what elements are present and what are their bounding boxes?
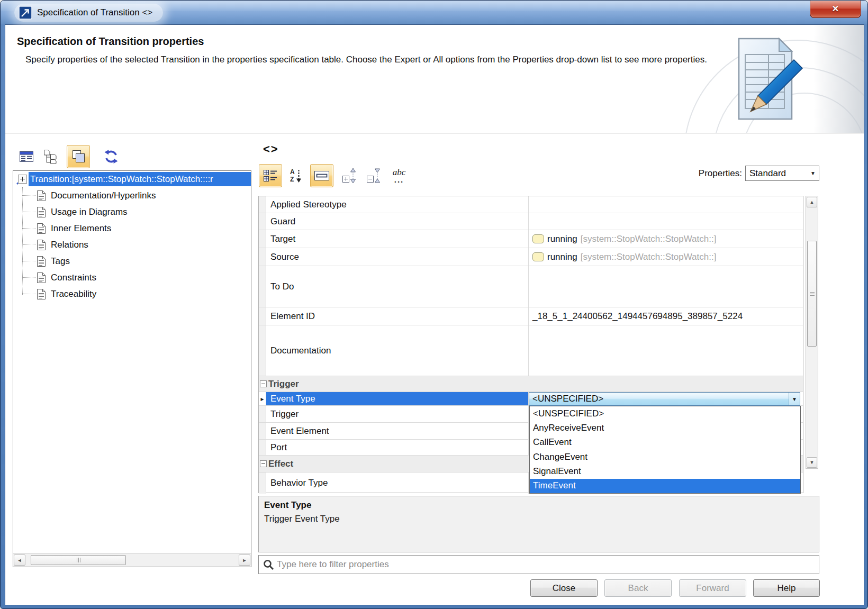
- tree-item-documentation-hyperlinks[interactable]: Documentation/Hyperlinks: [13, 187, 251, 204]
- categorized-view-icon: [263, 169, 278, 183]
- property-name: Applied Stereotype: [270, 199, 347, 210]
- show-abbreviations-button[interactable]: abc ...: [388, 165, 410, 186]
- source-value: running: [547, 252, 577, 262]
- property-row-element-id[interactable]: Element ID _18_5_1_24400562_149445769489…: [259, 307, 803, 325]
- categorized-view-button[interactable]: [259, 164, 282, 187]
- tree-connector-stub: [22, 195, 35, 196]
- scroll-up-button[interactable]: ▲: [807, 197, 817, 207]
- row-gutter: [259, 423, 266, 439]
- abc-icon: abc ...: [393, 168, 406, 184]
- collapse-nodes-button[interactable]: [363, 165, 384, 186]
- stacked-view-button[interactable]: [67, 145, 90, 168]
- properties-mode-select[interactable]: Standard ▼: [745, 166, 819, 181]
- tree-item-constraints[interactable]: Constraints: [13, 269, 251, 286]
- tree-item-transition[interactable]: Transition:[system::StopWatch::StopWatch…: [13, 171, 251, 187]
- collapse-section-icon[interactable]: [260, 460, 267, 467]
- tree-item-label: Inner Elements: [51, 223, 111, 234]
- section-title: Trigger: [268, 379, 299, 389]
- scroll-left-button[interactable]: ◄: [14, 555, 25, 566]
- tree-horizontal-scrollbar[interactable]: ◄ ►: [13, 553, 251, 567]
- filter-bar: [258, 555, 819, 574]
- titlebar[interactable]: Specification of Transition <> ✕: [1, 1, 867, 24]
- event-type-combobox[interactable]: <UNSPECIFIED> ▼: [529, 392, 800, 406]
- combobox-arrow-icon[interactable]: ▼: [789, 393, 800, 405]
- tree-item-relations[interactable]: Relations: [13, 237, 251, 253]
- property-name: Behavior Type: [270, 478, 328, 488]
- properties-mode-value: Standard: [746, 168, 807, 179]
- property-value[interactable]: [529, 196, 803, 213]
- property-row-to-do[interactable]: To Do: [259, 266, 803, 307]
- refresh-button[interactable]: [101, 146, 122, 167]
- filter-properties-input[interactable]: [277, 556, 817, 574]
- scroll-down-button[interactable]: ▼: [807, 457, 817, 468]
- row-gutter: [259, 307, 266, 325]
- dropdown-option[interactable]: SignalEvent: [530, 464, 800, 478]
- scrollbar-thumb[interactable]: [31, 555, 126, 565]
- tree-connector-stub: [22, 228, 35, 229]
- tree-item-traceability[interactable]: Traceability: [13, 286, 251, 302]
- collapse-all-icon: [366, 168, 382, 184]
- property-value[interactable]: _18_5_1_24400562_1494457694895_389857_52…: [529, 307, 803, 325]
- help-button[interactable]: Help: [753, 579, 820, 597]
- table-vertical-scrollbar[interactable]: ▲ ▼: [806, 196, 818, 469]
- property-row-source[interactable]: Source running [system::StopWatch::StopW…: [259, 248, 803, 266]
- document-icon: [37, 272, 46, 284]
- show-description-button[interactable]: [310, 164, 333, 187]
- tree-item-label: Documentation/Hyperlinks: [51, 190, 156, 201]
- event-type-value: <UNSPECIFIED>: [529, 394, 789, 404]
- tree-view-button[interactable]: [39, 146, 60, 167]
- property-row-target[interactable]: Target running [system::StopWatch::StopW…: [259, 230, 803, 248]
- dropdown-option-highlighted[interactable]: TimeEvent: [530, 479, 800, 493]
- tree-item-usage-in-diagrams[interactable]: Usage in Diagrams: [13, 204, 251, 220]
- expand-node-button[interactable]: [18, 175, 27, 186]
- state-icon: [532, 252, 544, 261]
- element-tree-panel: Transition:[system::StopWatch::StopWatch…: [13, 170, 251, 567]
- property-value[interactable]: [529, 325, 803, 376]
- properties-mode-label: Properties:: [656, 168, 742, 179]
- page-description: Specify properties of the selected Trans…: [25, 53, 720, 66]
- tree-item-label: Traceability: [51, 289, 96, 299]
- chevron-down-icon: ▼: [807, 170, 819, 176]
- forward-button[interactable]: Forward: [679, 579, 746, 597]
- description-title: Event Type: [264, 500, 311, 511]
- document-icon: [37, 288, 46, 300]
- dropdown-option[interactable]: AnyReceiveEvent: [530, 421, 800, 435]
- tree-item-tags[interactable]: Tags: [13, 253, 251, 269]
- tree-item-label: Tags: [51, 256, 70, 267]
- section-header-trigger[interactable]: Trigger: [259, 376, 803, 392]
- close-button[interactable]: Close: [530, 579, 598, 597]
- property-value[interactable]: running [system::StopWatch::StopWatch::]: [529, 248, 803, 266]
- row-gutter: ▸: [259, 392, 266, 405]
- document-pencil-icon: [726, 34, 804, 129]
- property-name: Event Element: [270, 426, 329, 437]
- form-view-button[interactable]: [16, 146, 37, 167]
- form-view-icon: [19, 150, 34, 163]
- description-text: Trigger Event Type: [264, 514, 340, 524]
- dropdown-option[interactable]: CallEvent: [530, 435, 800, 450]
- property-name: Element ID: [270, 311, 315, 322]
- row-gutter: [259, 196, 266, 213]
- expand-nodes-button[interactable]: [339, 165, 360, 186]
- property-row-documentation[interactable]: Documentation: [259, 325, 803, 376]
- close-window-button[interactable]: ✕: [810, 1, 861, 18]
- collapse-section-icon[interactable]: [260, 380, 267, 387]
- dropdown-option[interactable]: <UNSPECIFIED>: [530, 406, 800, 421]
- element-id-value: _18_5_1_24400562_1494457694895_389857_52…: [532, 311, 743, 322]
- specification-dialog-window: Specification of Transition <> ✕ Specifi…: [0, 0, 868, 609]
- property-row-applied-stereotype[interactable]: Applied Stereotype: [259, 196, 803, 213]
- sort-alphabetically-button[interactable]: A Z: [285, 165, 306, 186]
- dropdown-option[interactable]: ChangeEvent: [530, 450, 800, 464]
- refresh-icon: [103, 149, 119, 165]
- property-row-guard[interactable]: Guard: [259, 213, 803, 230]
- tree-connector-stub: [22, 277, 35, 278]
- back-button[interactable]: Back: [604, 579, 672, 597]
- property-value[interactable]: [529, 266, 803, 307]
- property-row-event-type[interactable]: ▸ Event Type <UNSPECIFIED> ▼: [259, 392, 803, 406]
- tree-item-inner-elements[interactable]: Inner Elements: [13, 220, 251, 237]
- property-value[interactable]: [529, 213, 803, 230]
- event-type-dropdown-list: <UNSPECIFIED> AnyReceiveEvent CallEvent …: [529, 406, 801, 494]
- tree-connector-stub: [22, 261, 35, 261]
- scrollbar-thumb[interactable]: [807, 241, 817, 347]
- scroll-right-button[interactable]: ►: [239, 555, 250, 566]
- property-value[interactable]: running [system::StopWatch::StopWatch::]: [529, 230, 803, 248]
